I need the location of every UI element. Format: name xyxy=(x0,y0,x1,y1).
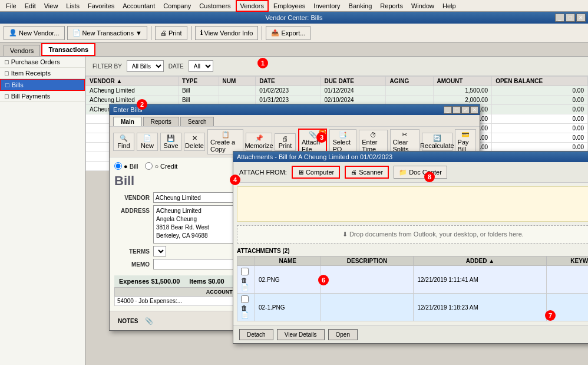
bill-radio-input[interactable] xyxy=(114,162,122,170)
menu-view[interactable]: View xyxy=(41,1,62,11)
table-row[interactable]: ACheung Limited Bill 01/02/2023 01/12/20… xyxy=(86,86,588,96)
sidebar-item-bill-payments[interactable]: □ Bill Payments xyxy=(0,91,85,102)
col-vendor[interactable]: VENDOR ▲ xyxy=(86,77,179,86)
memorize-button[interactable]: 📌 Memorize xyxy=(246,133,272,151)
sidebar-item-purchase-orders[interactable]: □ Purchase Orders xyxy=(0,57,85,68)
eb-tab-search[interactable]: Search xyxy=(180,117,214,126)
maximize-btn[interactable]: □ xyxy=(566,14,575,22)
attachment-row[interactable]: 🗑 📄 02.PNG 12/21/2019 1:11:41 AM xyxy=(237,266,589,294)
col-att-added[interactable]: ADDED ▲ xyxy=(414,257,547,266)
delete-button[interactable]: ✕ Delete xyxy=(184,133,205,151)
col-att-description[interactable]: DESCRIPTION xyxy=(321,257,414,266)
tab-bar: Vendors Transactions xyxy=(0,42,588,57)
menu-reports[interactable]: Reports xyxy=(376,1,407,11)
delete-icon: ✕ xyxy=(192,134,197,142)
menu-customers[interactable]: Customers xyxy=(196,1,234,11)
menu-banking[interactable]: Banking xyxy=(345,1,376,11)
date-select[interactable]: All xyxy=(189,60,213,72)
view-details-button[interactable]: View Details xyxy=(277,329,325,340)
print-bill-button[interactable]: 🖨 Print xyxy=(275,133,296,151)
menu-vendors[interactable]: Vendors xyxy=(236,0,269,12)
menu-employees[interactable]: Employees xyxy=(270,1,309,11)
filter-by-select[interactable]: All Bills xyxy=(127,60,164,72)
menu-window[interactable]: Window xyxy=(408,1,438,11)
new-button[interactable]: 📄 New xyxy=(137,133,158,151)
new-transactions-button[interactable]: 📄 New Transactions ▼ xyxy=(67,26,147,40)
att-keywords-2[interactable] xyxy=(547,294,588,321)
eb-expand-btn[interactable]: ⤢ xyxy=(461,106,470,114)
select-po-icon: 📑 xyxy=(339,131,347,139)
att-desc-2[interactable] xyxy=(321,294,414,321)
col-date[interactable]: DATE xyxy=(256,77,321,86)
eb-minimize-btn[interactable]: _ xyxy=(444,106,452,114)
menu-accountant[interactable]: Accountant xyxy=(119,1,158,11)
view-vendor-info-button[interactable]: ℹ View Vendor Info xyxy=(195,26,259,40)
menu-company[interactable]: Company xyxy=(160,1,194,11)
cell-balance: 0.00 xyxy=(492,86,588,96)
menu-help[interactable]: Help xyxy=(439,1,460,11)
menu-lists[interactable]: Lists xyxy=(62,1,83,11)
bills-icon: □ xyxy=(5,81,9,88)
main-layout: □ Purchase Orders □ Item Receipts □ Bill… xyxy=(0,57,588,365)
doc-center-button[interactable]: 📁 Doc Center xyxy=(394,166,447,179)
computer-icon: 🖥 xyxy=(298,169,304,176)
attachment-row[interactable]: 🗑 📄 02-1.PNG 12/21/2019 1:18:23 AM xyxy=(237,294,589,321)
tab-transactions[interactable]: Transactions xyxy=(41,43,95,56)
col-aging[interactable]: AGING xyxy=(386,77,433,86)
att-desc-1[interactable] xyxy=(321,266,414,294)
attachments-table: NAME DESCRIPTION ADDED ▲ KEYWORDS 🗑 📄 xyxy=(237,256,588,321)
sidebar-item-bills[interactable]: □ Bills xyxy=(0,79,85,91)
menu-inventory[interactable]: Inventory xyxy=(310,1,343,11)
close-btn[interactable]: ✕ xyxy=(576,14,586,22)
attach-icon: 📎 xyxy=(309,131,317,139)
col-open-balance[interactable]: OPEN BALANCE xyxy=(492,77,588,86)
computer-button[interactable]: 🖥 Computer xyxy=(292,166,340,179)
bill-radio[interactable]: ● Bill xyxy=(114,162,138,170)
expenses-label: Expenses $1,500.00 xyxy=(119,278,180,285)
att-keywords-1[interactable] xyxy=(547,266,588,294)
copy-icon: 📋 xyxy=(222,131,230,139)
open-button[interactable]: Open xyxy=(328,329,358,340)
credit-radio[interactable]: ○ Credit xyxy=(145,162,177,170)
attachments-bottom: Detach View Details Open Done xyxy=(233,325,588,343)
att-name-2: 02-1.PNG xyxy=(255,294,321,321)
item-receipts-icon: □ xyxy=(5,70,9,77)
menu-favorites[interactable]: Favorites xyxy=(84,1,118,11)
col-att-name[interactable]: NAME xyxy=(255,257,321,266)
att-added-2: 12/21/2019 1:18:23 AM xyxy=(414,294,547,321)
credit-radio-input[interactable] xyxy=(145,162,153,170)
scanner-button[interactable]: 🖨 Scanner xyxy=(345,166,389,179)
eb-close-btn[interactable]: ✕ xyxy=(470,106,478,114)
recalculate-button[interactable]: 🔄 Recalculate xyxy=(422,133,452,151)
col-amount[interactable]: AMOUNT xyxy=(433,77,492,86)
att-checkbox-1[interactable] xyxy=(241,268,249,275)
drop-zone[interactable]: ⬇ Drop documents from Outlook, your desk… xyxy=(237,225,588,244)
save-button[interactable]: 💾 Save xyxy=(160,133,181,151)
menu-edit[interactable]: Edit xyxy=(21,1,39,11)
eb-tab-reports[interactable]: Reports xyxy=(143,117,179,126)
col-type[interactable]: TYPE xyxy=(179,77,219,86)
find-button[interactable]: 🔍 Find xyxy=(113,133,134,151)
col-num[interactable]: NUM xyxy=(219,77,256,86)
notes-attach-icon: 📎 xyxy=(145,317,153,325)
eb-restore-btn[interactable]: □ xyxy=(452,106,461,114)
sidebar-item-item-receipts[interactable]: □ Item Receipts xyxy=(0,68,85,79)
menu-file[interactable]: File xyxy=(2,1,20,11)
address-box: ACheung LimitedAngela Cheung3818 Bear Rd… xyxy=(153,205,245,244)
export-button[interactable]: 📤 Export... xyxy=(266,26,310,40)
enter-bills-title-bar: Enter Bills _ □ ⤢ ✕ xyxy=(110,104,480,115)
attach-bottom-left: Detach View Details Open xyxy=(239,329,358,340)
attachments-table-area: ATTACHMENTS (2) NAME DESCRIPTION ADDED ▲… xyxy=(233,246,588,325)
tab-vendors[interactable]: Vendors xyxy=(4,45,40,56)
att-checkbox-2[interactable] xyxy=(241,295,249,303)
eb-tab-main[interactable]: Main xyxy=(113,117,142,126)
terms-select[interactable] xyxy=(153,246,166,257)
bill-radio-label: ● Bill xyxy=(124,163,138,170)
col-due-date[interactable]: DUE DATE xyxy=(321,77,386,86)
detach-button[interactable]: Detach xyxy=(239,329,273,340)
col-att-keywords[interactable]: KEYWORDS xyxy=(547,257,588,266)
new-vendor-button[interactable]: 👤 New Vendor... xyxy=(4,26,65,40)
minimize-btn[interactable]: _ xyxy=(555,14,564,22)
print-button[interactable]: 🖨 Print xyxy=(155,26,187,40)
toolbar-sep-2 xyxy=(191,26,191,40)
